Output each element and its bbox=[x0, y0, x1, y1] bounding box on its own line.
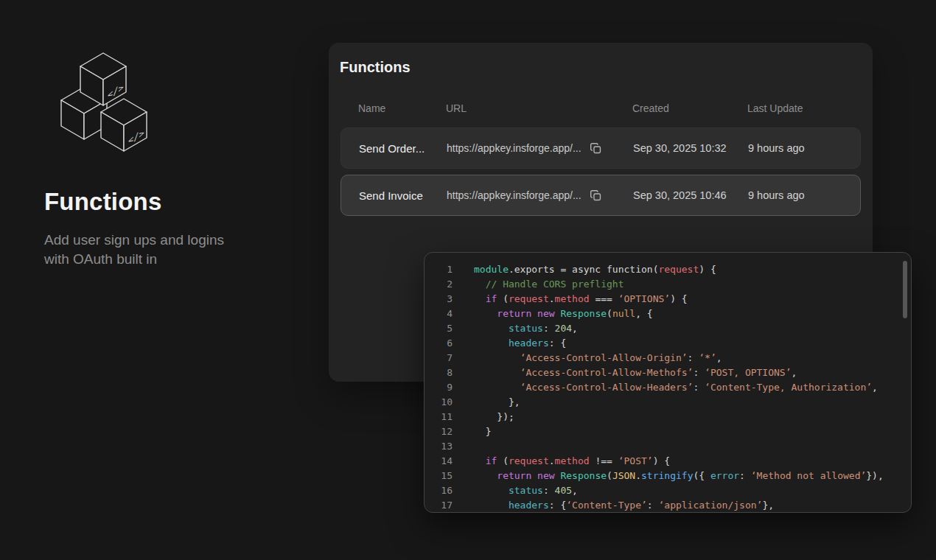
hero-section: </> </> Functions Add user sign ups and … bbox=[44, 44, 295, 269]
code-text: module.exports = async function(request)… bbox=[453, 262, 716, 277]
code-line: 17 headers: {‘Content-Type’: ‘applicatio… bbox=[425, 498, 911, 513]
line-number: 15 bbox=[425, 469, 453, 483]
line-number: 14 bbox=[425, 454, 453, 469]
code-line: 10 }, bbox=[425, 395, 911, 410]
code-line: 16 status: 405, bbox=[425, 483, 911, 498]
code-line: 5 status: 204, bbox=[425, 321, 911, 336]
code-editor[interactable]: 1module.exports = async function(request… bbox=[424, 252, 912, 513]
line-number: 6 bbox=[425, 336, 453, 351]
code-line: 15 return new Response(JSON.stringify({ … bbox=[425, 469, 911, 483]
code-line: 3 if (request.method === ‘OPTIONS’) { bbox=[425, 292, 911, 307]
function-url-cell: https://appkey.insforge.app/... bbox=[447, 142, 633, 155]
code-line: 9 ‘Access-Control-Allow-Headers’: ‘Conte… bbox=[425, 380, 911, 395]
line-number: 8 bbox=[425, 365, 453, 380]
code-text: return new Response(JSON.stringify({ err… bbox=[453, 469, 884, 483]
line-number: 16 bbox=[425, 483, 453, 498]
code-text: }); bbox=[453, 410, 514, 424]
line-number: 3 bbox=[425, 292, 453, 307]
line-number: 13 bbox=[425, 439, 453, 454]
line-number: 4 bbox=[425, 307, 453, 321]
line-number: 7 bbox=[425, 351, 453, 365]
code-line: 11 }); bbox=[425, 410, 911, 424]
column-header-url: URL bbox=[446, 102, 632, 114]
function-url-cell: https://appkey.insforge.app/... bbox=[447, 189, 633, 202]
code-line: 12 } bbox=[425, 424, 911, 439]
line-number: 9 bbox=[425, 380, 453, 395]
code-text: return new Response(null, { bbox=[453, 307, 653, 321]
code-line: 6 headers: { bbox=[425, 336, 911, 351]
function-name: Send Order... bbox=[359, 142, 447, 155]
copy-icon bbox=[590, 142, 602, 155]
column-header-name: Name bbox=[358, 102, 446, 114]
copy-url-button[interactable] bbox=[590, 189, 602, 202]
code-line: 13 bbox=[425, 439, 911, 454]
function-last-update: 9 hours ago bbox=[748, 189, 842, 201]
code-text: if (request.method === ‘OPTIONS’) { bbox=[453, 292, 688, 307]
code-text: status: 204, bbox=[453, 321, 578, 336]
panel-title: Functions bbox=[329, 43, 873, 76]
function-url: https://appkey.insforge.app/... bbox=[447, 142, 581, 154]
code-text: ‘Access-Control-Allow-Headers’: ‘Content… bbox=[453, 380, 878, 395]
line-number: 1 bbox=[425, 262, 453, 277]
code-text: if (request.method !== ‘POST’) { bbox=[453, 454, 670, 469]
line-number: 10 bbox=[425, 395, 453, 410]
copy-icon bbox=[590, 189, 602, 202]
code-line: 4 return new Response(null, { bbox=[425, 307, 911, 321]
code-cubes-illustration: </> </> bbox=[47, 44, 158, 158]
code-line: 2 // Handle CORS preflight bbox=[425, 277, 911, 292]
cube-bottom-right: </> bbox=[101, 99, 147, 151]
table-header: Name URL Created Last Update bbox=[340, 102, 861, 114]
function-last-update: 9 hours ago bbox=[748, 142, 842, 154]
function-name: Send Invoice bbox=[359, 189, 447, 202]
table-row[interactable]: Send Order... https://appkey.insforge.ap… bbox=[340, 127, 861, 169]
scrollbar-thumb[interactable] bbox=[903, 261, 907, 318]
code-text: headers: { bbox=[453, 336, 566, 351]
code-lines: 1module.exports = async function(request… bbox=[425, 253, 911, 513]
code-line: 7 ‘Access-Control-Allow-Origin’: ‘*’, bbox=[425, 351, 911, 365]
code-text: ‘Access-Control-Allow-Origin’: ‘*’, bbox=[453, 351, 722, 365]
column-header-last-update: Last Update bbox=[747, 102, 843, 114]
hero-title: Functions bbox=[44, 188, 295, 216]
hero-subtitle: Add user sign ups and logins with OAuth … bbox=[44, 231, 249, 269]
code-text: // Handle CORS preflight bbox=[453, 277, 624, 292]
function-created: Sep 30, 2025 10:32 bbox=[633, 142, 748, 154]
code-line: 14 if (request.method !== ‘POST’) { bbox=[425, 454, 911, 469]
line-number: 12 bbox=[425, 424, 453, 439]
line-number: 2 bbox=[425, 277, 453, 292]
function-url: https://appkey.insforge.app/... bbox=[447, 189, 581, 201]
function-created: Sep 30, 2025 10:46 bbox=[633, 189, 748, 201]
code-line: 1module.exports = async function(request… bbox=[425, 262, 911, 277]
code-text: ‘Access-Control-Allow-Methofs’: ‘POST, O… bbox=[453, 365, 797, 380]
code-text: headers: {‘Content-Type’: ‘application/j… bbox=[453, 498, 774, 513]
line-number: 5 bbox=[425, 321, 453, 336]
code-text: status: 405, bbox=[453, 483, 578, 498]
code-text: } bbox=[453, 424, 491, 439]
column-header-created: Created bbox=[632, 102, 747, 114]
line-number: 17 bbox=[425, 498, 453, 513]
table-row[interactable]: Send Invoice https://appkey.insforge.app… bbox=[340, 175, 861, 216]
page: </> </> Functions Add user sign ups and … bbox=[0, 0, 936, 560]
code-text bbox=[453, 439, 474, 454]
code-text: }, bbox=[453, 395, 520, 410]
code-line: 8 ‘Access-Control-Allow-Methofs’: ‘POST,… bbox=[425, 365, 911, 380]
line-number: 11 bbox=[425, 410, 453, 424]
copy-url-button[interactable] bbox=[590, 142, 602, 155]
